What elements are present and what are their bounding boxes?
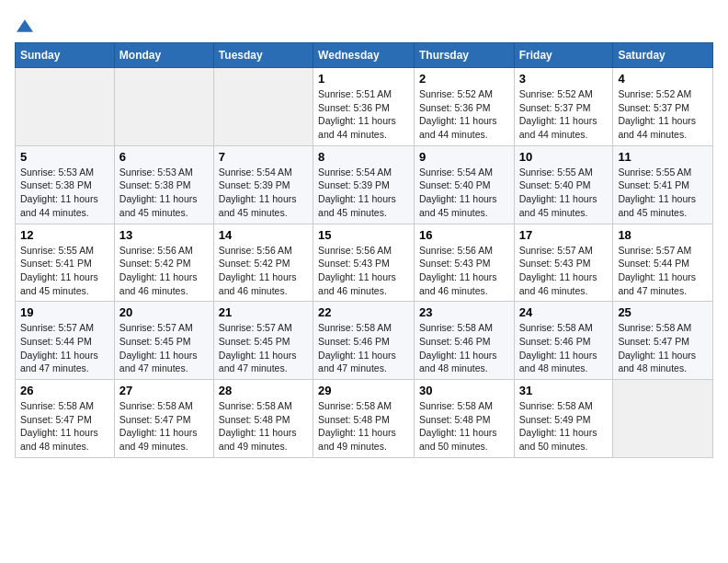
- day-number: 15: [318, 228, 409, 242]
- col-header-saturday: Saturday: [613, 43, 713, 68]
- day-detail: Sunrise: 5:58 AMSunset: 5:48 PMDaylight:…: [419, 399, 509, 454]
- day-number: 22: [318, 305, 409, 319]
- col-header-tuesday: Tuesday: [213, 43, 313, 68]
- day-number: 17: [519, 228, 609, 242]
- day-number: 11: [618, 150, 708, 164]
- day-cell: [213, 68, 313, 146]
- day-cell: [114, 68, 213, 146]
- col-header-sunday: Sunday: [16, 43, 115, 68]
- day-number: 5: [20, 150, 109, 164]
- day-detail: Sunrise: 5:53 AMSunset: 5:38 PMDaylight:…: [20, 166, 109, 220]
- day-cell: 31Sunrise: 5:58 AMSunset: 5:49 PMDayligh…: [514, 380, 613, 458]
- day-cell: 10Sunrise: 5:55 AMSunset: 5:40 PMDayligh…: [514, 145, 613, 224]
- day-cell: 8Sunrise: 5:54 AMSunset: 5:39 PMDaylight…: [313, 145, 415, 224]
- day-number: 23: [419, 305, 509, 319]
- day-number: 9: [419, 150, 509, 164]
- day-detail: Sunrise: 5:58 AMSunset: 5:46 PMDaylight:…: [318, 321, 409, 375]
- logo: [15, 15, 33, 35]
- day-number: 24: [519, 305, 609, 319]
- day-number: 7: [219, 150, 308, 164]
- logo-text: [15, 15, 33, 35]
- day-cell: 18Sunrise: 5:57 AMSunset: 5:44 PMDayligh…: [613, 224, 713, 302]
- day-number: 6: [119, 150, 209, 164]
- day-number: 27: [119, 384, 209, 397]
- page-header: [15, 15, 713, 35]
- col-header-thursday: Thursday: [414, 43, 514, 68]
- day-number: 20: [119, 305, 209, 319]
- day-cell: 14Sunrise: 5:56 AMSunset: 5:42 PMDayligh…: [213, 224, 313, 302]
- calendar-header-row: SundayMondayTuesdayWednesdayThursdayFrid…: [16, 43, 713, 68]
- day-number: 31: [519, 384, 609, 397]
- day-detail: Sunrise: 5:57 AMSunset: 5:44 PMDaylight:…: [618, 244, 708, 298]
- day-number: 8: [318, 150, 409, 164]
- day-number: 12: [20, 228, 109, 242]
- day-cell: 3Sunrise: 5:52 AMSunset: 5:37 PMDaylight…: [514, 68, 613, 146]
- day-detail: Sunrise: 5:54 AMSunset: 5:39 PMDaylight:…: [318, 166, 409, 220]
- day-detail: Sunrise: 5:58 AMSunset: 5:49 PMDaylight:…: [519, 399, 609, 454]
- day-detail: Sunrise: 5:57 AMSunset: 5:45 PMDaylight:…: [119, 321, 209, 375]
- week-row-2: 5Sunrise: 5:53 AMSunset: 5:38 PMDaylight…: [16, 145, 713, 224]
- day-cell: 20Sunrise: 5:57 AMSunset: 5:45 PMDayligh…: [114, 302, 213, 380]
- day-cell: 1Sunrise: 5:51 AMSunset: 5:36 PMDaylight…: [313, 68, 415, 146]
- day-detail: Sunrise: 5:57 AMSunset: 5:44 PMDaylight:…: [20, 321, 109, 375]
- col-header-friday: Friday: [514, 43, 613, 68]
- day-number: 21: [219, 305, 308, 319]
- day-number: 3: [519, 72, 609, 86]
- day-number: 16: [419, 228, 509, 242]
- day-detail: Sunrise: 5:58 AMSunset: 5:47 PMDaylight:…: [20, 399, 109, 454]
- day-detail: Sunrise: 5:58 AMSunset: 5:48 PMDaylight:…: [318, 399, 409, 454]
- day-cell: 16Sunrise: 5:56 AMSunset: 5:43 PMDayligh…: [414, 224, 514, 302]
- day-number: 4: [618, 72, 708, 86]
- day-cell: [613, 380, 713, 458]
- day-detail: Sunrise: 5:55 AMSunset: 5:41 PMDaylight:…: [618, 166, 708, 220]
- day-detail: Sunrise: 5:58 AMSunset: 5:47 PMDaylight:…: [119, 399, 209, 454]
- day-cell: 25Sunrise: 5:58 AMSunset: 5:47 PMDayligh…: [613, 302, 713, 380]
- day-number: 13: [119, 228, 209, 242]
- day-cell: 5Sunrise: 5:53 AMSunset: 5:38 PMDaylight…: [16, 145, 115, 224]
- week-row-4: 19Sunrise: 5:57 AMSunset: 5:44 PMDayligh…: [16, 302, 713, 380]
- day-detail: Sunrise: 5:58 AMSunset: 5:46 PMDaylight:…: [519, 321, 609, 375]
- day-detail: Sunrise: 5:56 AMSunset: 5:42 PMDaylight:…: [119, 244, 209, 298]
- calendar-table: SundayMondayTuesdayWednesdayThursdayFrid…: [15, 42, 713, 458]
- day-cell: 11Sunrise: 5:55 AMSunset: 5:41 PMDayligh…: [613, 145, 713, 224]
- day-detail: Sunrise: 5:55 AMSunset: 5:40 PMDaylight:…: [519, 166, 609, 220]
- week-row-3: 12Sunrise: 5:55 AMSunset: 5:41 PMDayligh…: [16, 224, 713, 302]
- day-cell: 26Sunrise: 5:58 AMSunset: 5:47 PMDayligh…: [16, 380, 115, 458]
- day-detail: Sunrise: 5:55 AMSunset: 5:41 PMDaylight:…: [20, 244, 109, 298]
- day-detail: Sunrise: 5:51 AMSunset: 5:36 PMDaylight:…: [318, 87, 409, 142]
- day-detail: Sunrise: 5:52 AMSunset: 5:37 PMDaylight:…: [618, 87, 708, 142]
- day-cell: 12Sunrise: 5:55 AMSunset: 5:41 PMDayligh…: [16, 224, 115, 302]
- logo-icon: [17, 19, 33, 32]
- day-detail: Sunrise: 5:57 AMSunset: 5:43 PMDaylight:…: [519, 244, 609, 298]
- day-cell: 13Sunrise: 5:56 AMSunset: 5:42 PMDayligh…: [114, 224, 213, 302]
- day-cell: 7Sunrise: 5:54 AMSunset: 5:39 PMDaylight…: [213, 145, 313, 224]
- day-number: 19: [20, 305, 109, 319]
- week-row-5: 26Sunrise: 5:58 AMSunset: 5:47 PMDayligh…: [16, 380, 713, 458]
- day-detail: Sunrise: 5:58 AMSunset: 5:47 PMDaylight:…: [618, 321, 708, 375]
- day-number: 10: [519, 150, 609, 164]
- day-detail: Sunrise: 5:58 AMSunset: 5:48 PMDaylight:…: [219, 399, 308, 454]
- day-detail: Sunrise: 5:54 AMSunset: 5:40 PMDaylight:…: [419, 166, 509, 220]
- day-detail: Sunrise: 5:56 AMSunset: 5:43 PMDaylight:…: [419, 244, 509, 298]
- day-detail: Sunrise: 5:54 AMSunset: 5:39 PMDaylight:…: [219, 166, 308, 220]
- day-number: 14: [219, 228, 308, 242]
- col-header-wednesday: Wednesday: [313, 43, 415, 68]
- day-detail: Sunrise: 5:52 AMSunset: 5:37 PMDaylight:…: [519, 87, 609, 142]
- day-cell: 15Sunrise: 5:56 AMSunset: 5:43 PMDayligh…: [313, 224, 415, 302]
- day-detail: Sunrise: 5:56 AMSunset: 5:43 PMDaylight:…: [318, 244, 409, 298]
- day-number: 1: [318, 72, 409, 86]
- day-cell: 19Sunrise: 5:57 AMSunset: 5:44 PMDayligh…: [16, 302, 115, 380]
- day-cell: 2Sunrise: 5:52 AMSunset: 5:36 PMDaylight…: [414, 68, 514, 146]
- day-detail: Sunrise: 5:52 AMSunset: 5:36 PMDaylight:…: [419, 87, 509, 142]
- day-cell: 6Sunrise: 5:53 AMSunset: 5:38 PMDaylight…: [114, 145, 213, 224]
- week-row-1: 1Sunrise: 5:51 AMSunset: 5:36 PMDaylight…: [16, 68, 713, 146]
- day-number: 18: [618, 228, 708, 242]
- day-cell: 22Sunrise: 5:58 AMSunset: 5:46 PMDayligh…: [313, 302, 415, 380]
- day-number: 26: [20, 384, 109, 397]
- day-detail: Sunrise: 5:56 AMSunset: 5:42 PMDaylight:…: [219, 244, 308, 298]
- day-number: 28: [219, 384, 308, 397]
- day-cell: 27Sunrise: 5:58 AMSunset: 5:47 PMDayligh…: [114, 380, 213, 458]
- day-number: 29: [318, 384, 409, 397]
- day-detail: Sunrise: 5:53 AMSunset: 5:38 PMDaylight:…: [119, 166, 209, 220]
- day-cell: 23Sunrise: 5:58 AMSunset: 5:46 PMDayligh…: [414, 302, 514, 380]
